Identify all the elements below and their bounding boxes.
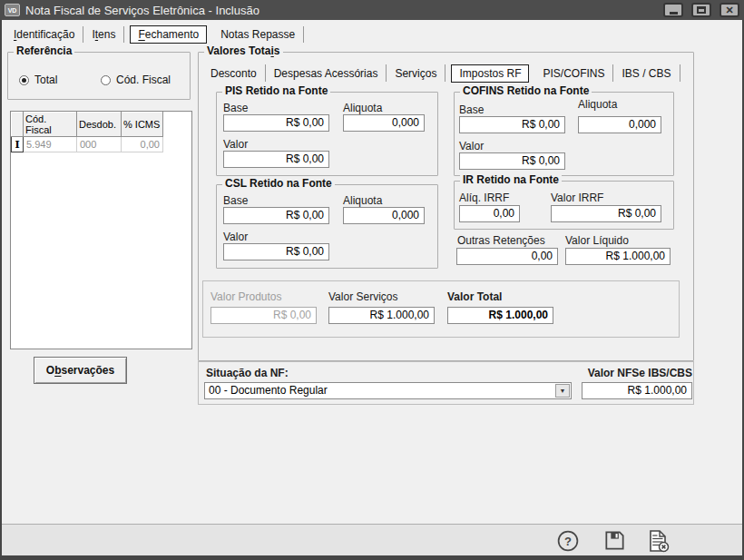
- tab-separator: [445, 64, 445, 82]
- valor-produtos-field: R$ 0,00: [210, 307, 317, 324]
- cancel-note-icon: [645, 528, 671, 554]
- nfse-label: Valor NFSe IBS/CBS: [582, 367, 692, 379]
- pis-base-label: Base: [223, 102, 248, 114]
- cofins-groupbox: COFINS Retido na Fonte Base R$ 0,00 Aliq…: [454, 92, 674, 176]
- tab-separator: [680, 64, 680, 82]
- csl-base-field[interactable]: R$ 0,00: [223, 207, 329, 224]
- title-bar: VD Nota Fiscal de Serviços Eletrônica - …: [0, 0, 744, 20]
- chevron-down-icon: ▼: [560, 388, 566, 394]
- tab-identificacao[interactable]: Identificação: [5, 25, 83, 44]
- cell-perc-icms: 0,00: [122, 137, 163, 152]
- radio-cod-fiscal[interactable]: Cód. Fiscal: [101, 74, 171, 86]
- csl-aliquota-label: Aliquota: [343, 194, 382, 207]
- fiscal-grid: Cód. Fiscal Desdob. % ICMS I 5.949 000 0…: [11, 112, 163, 152]
- valor-produtos-label: Valor Produtos: [210, 290, 282, 303]
- fiscal-grid-header: Cód. Fiscal Desdob. % ICMS: [12, 113, 163, 137]
- situacao-select[interactable]: 00 - Documento Regular ▼: [204, 382, 572, 399]
- maximize-button[interactable]: [691, 3, 711, 17]
- csl-base-label: Base: [223, 194, 248, 207]
- col-desdob[interactable]: Desdob.: [77, 113, 122, 137]
- pis-aliquota-field[interactable]: 0,000: [343, 114, 425, 132]
- valores-totais-title: Valores Totais: [204, 44, 283, 57]
- ir-aliq-label: Alíq. IRRF: [459, 192, 509, 204]
- tab-desconto[interactable]: Desconto: [202, 63, 265, 84]
- ir-groupbox: IR Retido na Fonte Alíq. IRRF 0,00 Valor…: [454, 181, 674, 230]
- valor-servicos-field[interactable]: R$ 1.000,00: [328, 307, 435, 324]
- tab-notas-repasse[interactable]: Notas Repasse: [212, 25, 303, 44]
- tab-servicos[interactable]: Serviços: [387, 63, 445, 84]
- table-row[interactable]: I 5.949 000 0,00: [12, 137, 163, 152]
- cancel-note-button[interactable]: [645, 528, 671, 554]
- cell-cod-fiscal: 5.949: [24, 137, 77, 152]
- pis-title: PIS Retido na Fonte: [222, 84, 330, 97]
- tab-ibs-cbs[interactable]: IBS / CBS: [613, 63, 679, 84]
- app-icon: VD: [5, 4, 20, 16]
- radio-total[interactable]: Total: [19, 74, 57, 86]
- help-icon: ?: [557, 530, 579, 552]
- situacao-dropdown-button[interactable]: ▼: [555, 384, 570, 398]
- ir-valor-field[interactable]: R$ 0,00: [551, 205, 661, 222]
- minimize-button[interactable]: [663, 3, 683, 17]
- valor-liquido-label: Valor Líquido: [565, 234, 629, 247]
- csl-title: CSL Retido na Fonte: [222, 177, 335, 190]
- csl-valor-field[interactable]: R$ 0,00: [223, 243, 329, 260]
- tab-separator: [123, 26, 124, 43]
- window-border-bottom: [0, 555, 744, 560]
- footer-bar: ?: [0, 524, 744, 555]
- ir-valor-label: Valor IRRF: [551, 192, 603, 204]
- valor-total-field: R$ 1.000,00: [447, 307, 553, 324]
- close-icon: ✕: [725, 5, 733, 15]
- minimize-icon: [670, 12, 678, 15]
- tab-fechamento[interactable]: Fechamento: [130, 25, 207, 44]
- save-icon: [603, 529, 626, 552]
- csl-aliquota-field[interactable]: 0,000: [343, 207, 425, 224]
- nfse-field[interactable]: R$ 1.000,00: [582, 382, 692, 399]
- col-perc-icms[interactable]: % ICMS: [122, 113, 163, 137]
- maximize-icon: [697, 6, 706, 14]
- referencia-title: Referência: [14, 44, 74, 57]
- valor-total-label: Valor Total: [447, 290, 502, 303]
- csl-valor-label: Valor: [223, 231, 248, 243]
- situacao-selected-value: 00 - Documento Regular: [209, 383, 553, 398]
- valores-totais-groupbox: Valores Totais Desconto Despesas Acessór…: [198, 52, 694, 361]
- cofins-aliquota-field[interactable]: 0,000: [578, 116, 661, 133]
- tab-despesas-acessorias[interactable]: Despesas Acessórias: [266, 63, 387, 84]
- tab-pis-cofins[interactable]: PIS/COFINS: [534, 63, 612, 84]
- cofins-base-field[interactable]: R$ 0,00: [459, 116, 565, 133]
- ir-aliq-field[interactable]: 0,00: [459, 205, 520, 222]
- tab-itens[interactable]: Itens: [83, 25, 123, 44]
- cofins-base-label: Base: [459, 103, 484, 116]
- pis-groupbox: PIS Retido na Fonte Base R$ 0,00 Aliquot…: [216, 92, 438, 176]
- save-button[interactable]: [603, 529, 626, 552]
- pis-aliquota-label: Aliquota: [343, 102, 382, 114]
- outras-retencoes-label: Outras Retenções: [457, 234, 545, 247]
- pis-valor-field[interactable]: R$ 0,00: [223, 151, 329, 168]
- ir-title: IR Retido na Fonte: [460, 173, 562, 186]
- window: VD Nota Fiscal de Serviços Eletrônica - …: [0, 0, 744, 560]
- valor-liquido-field[interactable]: R$ 1.000,00: [565, 248, 671, 265]
- tab-separator: [303, 26, 304, 43]
- outras-retencoes-field[interactable]: 0,00: [456, 248, 558, 265]
- svg-text:?: ?: [564, 535, 572, 548]
- csl-groupbox: CSL Retido na Fonte Base R$ 0,00 Aliquot…: [216, 184, 438, 269]
- cell-desdob: 000: [77, 137, 122, 152]
- observacoes-button[interactable]: Observações: [34, 357, 127, 384]
- col-cod-fiscal[interactable]: Cód. Fiscal: [24, 113, 77, 137]
- pis-valor-label: Valor: [223, 138, 248, 151]
- totais-panel: Valor Produtos R$ 0,00 Valor Serviços R$…: [202, 280, 680, 338]
- main-tabbar: Identificação Itens Fechamento Notas Rep…: [5, 25, 304, 44]
- tab-impostos-rf[interactable]: Impostos RF: [451, 64, 529, 83]
- close-button[interactable]: ✕: [720, 3, 739, 17]
- situacao-panel: Situação da NF: 00 - Documento Regular ▼…: [198, 361, 694, 405]
- pis-base-field[interactable]: R$ 0,00: [223, 114, 329, 132]
- cofins-valor-label: Valor: [459, 140, 484, 152]
- col-indicator[interactable]: [12, 113, 24, 137]
- row-cursor-icon: I: [12, 137, 24, 152]
- cofins-valor-field[interactable]: R$ 0,00: [459, 152, 565, 170]
- fiscal-grid-panel[interactable]: Cód. Fiscal Desdob. % ICMS I 5.949 000 0…: [10, 111, 192, 349]
- help-button[interactable]: ?: [557, 530, 579, 552]
- valores-tabbar: Desconto Despesas Acessórias Serviços Im…: [202, 63, 680, 84]
- radio-selected-icon: [19, 75, 29, 85]
- window-title: Nota Fiscal de Serviços Eletrônica - Inc…: [25, 4, 655, 17]
- cofins-title: COFINS Retido na Fonte: [460, 84, 592, 97]
